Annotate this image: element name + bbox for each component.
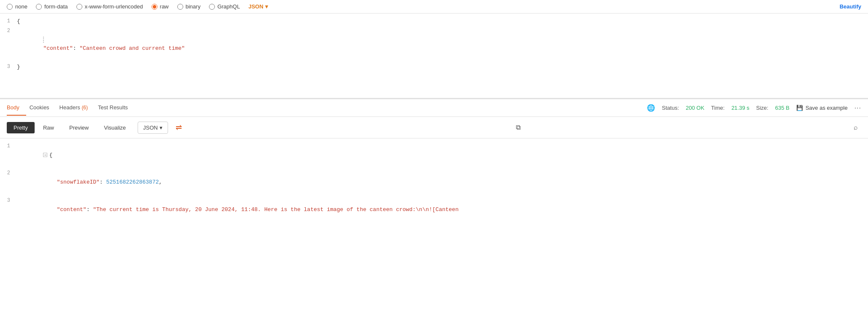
line-num-1: 1 (0, 17, 17, 25)
line-content-2: "content": "Canteen crowd and current ti… (17, 27, 868, 62)
copy-icon: ⧉ (516, 124, 521, 131)
body-type-selector: none form-data x-www-form-urlencoded raw… (0, 0, 868, 14)
response-meta: 🌐 Status: 200 OK Time: 21.39 s Size: 635… (647, 104, 861, 112)
tab-cookies[interactable]: Cookies (30, 100, 56, 116)
size-label: Size: (756, 105, 768, 111)
code-line-3: 3 } (0, 62, 868, 72)
time-value: 21.39 s (731, 105, 749, 111)
beautify-button[interactable]: Beautify (840, 3, 861, 10)
radio-raw-label: raw (160, 3, 169, 10)
status-value: 200 OK (686, 105, 704, 111)
line-num-3: 3 (0, 63, 17, 71)
resp-line-num-3: 3 (0, 197, 17, 205)
radio-graphql[interactable]: GraphQL (209, 3, 240, 10)
line-content-1: { (17, 17, 868, 26)
search-icon: ⌕ (854, 124, 858, 131)
chevron-down-icon: ▾ (265, 3, 268, 10)
tab-test-results[interactable]: Test Results (98, 100, 135, 116)
format-tab-visualize[interactable]: Visualize (97, 122, 133, 133)
resp-line-content-1: −{ (17, 142, 868, 168)
radio-none[interactable]: none (7, 3, 27, 10)
save-icon: 💾 (796, 105, 803, 111)
resp-code-line-3b: Crowd](https://chatjana-cdev-users.s3.am… (0, 223, 868, 231)
format-tab-raw[interactable]: Raw (36, 122, 61, 133)
wrap-icon: ⇌ (176, 123, 182, 132)
line-content-3: } (17, 63, 868, 72)
save-example-button[interactable]: 💾 Save as example (796, 105, 848, 111)
search-button[interactable]: ⌕ (850, 122, 861, 133)
tab-body[interactable]: Body (7, 100, 26, 116)
size-value: 635 B (775, 105, 789, 111)
collapse-toggle-1[interactable]: − (43, 153, 47, 157)
format-tabs-bar: Pretty Raw Preview Visualize JSON ▾ ⇌ ⧉ … (0, 117, 868, 138)
request-body-editor[interactable]: 1 { 2 "content": "Canteen crowd and curr… (0, 14, 868, 98)
format-selector[interactable]: JSON ▾ (248, 3, 268, 10)
resp-code-line-3: 3 "content": "The current time is Thursd… (0, 196, 868, 223)
radio-form-data[interactable]: form-data (36, 3, 68, 10)
request-section: none form-data x-www-form-urlencoded raw… (0, 0, 868, 98)
radio-form-data-label: form-data (44, 3, 68, 10)
response-section: Body Cookies Headers (6) Test Results 🌐 … (0, 98, 868, 231)
resp-line-content-2: "snowflakeID": 5251682262863872, (17, 169, 868, 195)
response-body-viewer[interactable]: 1 −{ 2 "snowflakeID": 5251682262863872, … (0, 138, 868, 231)
resp-code-line-1: 1 −{ (0, 142, 868, 169)
status-label: Status: (662, 105, 679, 111)
code-line-2: 2 "content": "Canteen crowd and current … (0, 27, 868, 62)
line-num-2: 2 (0, 27, 17, 35)
radio-binary[interactable]: binary (177, 3, 201, 10)
radio-none-label: none (15, 3, 27, 10)
more-options-button[interactable]: ··· (854, 104, 861, 112)
copy-button[interactable]: ⧉ (513, 122, 524, 133)
resp-line-content-3b: Crowd](https://chatjana-cdev-users.s3.am… (17, 224, 868, 231)
word-wrap-button[interactable]: ⇌ (171, 120, 186, 135)
globe-icon: 🌐 (647, 104, 655, 112)
radio-binary-label: binary (186, 3, 201, 10)
response-format-selector[interactable]: JSON ▾ (138, 122, 168, 134)
format-tab-preview[interactable]: Preview (62, 122, 95, 133)
resp-line-num-2: 2 (0, 169, 17, 177)
response-tabs-bar: Body Cookies Headers (6) Test Results 🌐 … (0, 99, 868, 117)
format-label: JSON (248, 3, 263, 10)
resp-code-line-2: 2 "snowflakeID": 5251682262863872, (0, 169, 868, 196)
radio-raw[interactable]: raw (152, 3, 169, 10)
response-format-label: JSON (143, 125, 158, 131)
time-label: Time: (711, 105, 724, 111)
resp-line-content-3: "content": "The current time is Thursday… (17, 197, 868, 223)
radio-urlencoded-label: x-www-form-urlencoded (85, 3, 143, 10)
resp-line-num-1: 1 (0, 142, 17, 150)
radio-graphql-label: GraphQL (217, 3, 240, 10)
chevron-down-icon: ▾ (160, 125, 163, 131)
code-line-1: 1 { (0, 17, 868, 27)
format-tab-pretty[interactable]: Pretty (7, 122, 35, 133)
tab-headers[interactable]: Headers (6) (60, 100, 95, 116)
radio-urlencoded[interactable]: x-www-form-urlencoded (76, 3, 143, 10)
